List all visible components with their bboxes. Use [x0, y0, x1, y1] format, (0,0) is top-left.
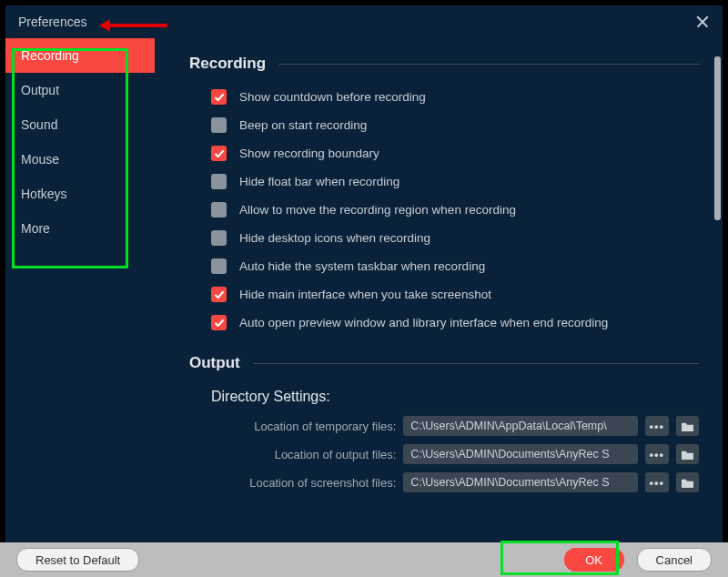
option-row: Hide desktop icons when recording [211, 230, 699, 246]
footer-bar: Reset to Default OK Cancel [0, 542, 728, 577]
checkbox[interactable] [211, 89, 227, 105]
window-body: Recording Output Sound Mouse Hotkeys Mor… [5, 38, 723, 542]
reset-to-default-button[interactable]: Reset to Default [16, 548, 139, 572]
sidebar-item-output[interactable]: Output [5, 73, 155, 107]
main-panel: Recording Show countdown before recordin… [155, 38, 723, 542]
option-row: Auto open preview window and library int… [211, 315, 699, 330]
checkbox[interactable] [211, 174, 227, 189]
sidebar-item-more[interactable]: More [5, 211, 155, 246]
checkbox[interactable] [211, 315, 227, 330]
sidebar-item-hotkeys[interactable]: Hotkeys [5, 177, 155, 211]
divider [278, 64, 699, 65]
divider [253, 363, 699, 364]
option-label: Show recording boundary [239, 147, 379, 160]
option-row: Show recording boundary [211, 146, 699, 161]
option-row: Show countdown before recording [211, 89, 699, 105]
option-label: Hide desktop icons when recording [239, 231, 430, 245]
option-row: Allow to move the recording region when … [211, 202, 699, 218]
option-row: Hide float bar when recording [211, 174, 699, 189]
open-folder-button[interactable] [676, 416, 699, 436]
cancel-button[interactable]: Cancel [637, 548, 712, 572]
option-row: Hide main interface when you take screen… [211, 287, 699, 302]
close-icon[interactable] [695, 15, 710, 29]
option-row: Beep on start recording [211, 117, 699, 133]
option-label: Auto open preview window and library int… [239, 316, 608, 329]
option-row: Auto hide the system taskbar when record… [211, 258, 699, 274]
directory-label: Location of screenshot files: [233, 476, 396, 490]
browse-button[interactable]: ••• [645, 416, 668, 436]
ok-button[interactable]: OK [564, 548, 624, 572]
directory-input-temp[interactable]: C:\Users\ADMIN\AppData\Local\Temp\ [403, 416, 638, 436]
checkbox[interactable] [211, 202, 227, 218]
checkbox[interactable] [211, 146, 227, 161]
section-title-output: Output [189, 354, 699, 372]
open-folder-button[interactable] [676, 472, 699, 492]
option-label: Hide float bar when recording [239, 175, 399, 188]
browse-button[interactable]: ••• [645, 472, 668, 492]
window-title: Preferences [18, 15, 86, 29]
directory-settings-heading: Directory Settings: [211, 389, 699, 405]
directory-input-output[interactable]: C:\Users\ADMIN\Documents\AnyRec S [403, 444, 638, 464]
directory-input-screenshot[interactable]: C:\Users\ADMIN\Documents\AnyRec S [403, 472, 638, 492]
section-title-recording: Recording [189, 55, 699, 73]
directory-label: Location of temporary files: [233, 420, 396, 433]
preferences-window: Preferences Recording Output Sound Mouse… [5, 5, 723, 542]
section-title-label: Output [189, 354, 240, 372]
option-label: Show countdown before recording [239, 90, 426, 104]
sidebar-item-recording[interactable]: Recording [5, 38, 155, 73]
open-folder-button[interactable] [676, 444, 699, 464]
sidebar: Recording Output Sound Mouse Hotkeys Mor… [5, 38, 155, 542]
directory-row: Location of temporary files: C:\Users\AD… [233, 416, 699, 436]
sidebar-item-sound[interactable]: Sound [5, 107, 155, 142]
option-label: Allow to move the recording region when … [239, 203, 516, 217]
scrollbar[interactable] [714, 56, 721, 220]
browse-button[interactable]: ••• [645, 444, 668, 464]
checkbox[interactable] [211, 117, 227, 133]
sidebar-item-mouse[interactable]: Mouse [5, 142, 155, 177]
directory-row: Location of screenshot files: C:\Users\A… [233, 472, 699, 492]
section-title-label: Recording [189, 55, 266, 73]
option-label: Beep on start recording [239, 118, 367, 132]
checkbox[interactable] [211, 287, 227, 302]
title-bar: Preferences [5, 5, 723, 38]
directory-row: Location of output files: C:\Users\ADMIN… [233, 444, 699, 464]
option-label: Auto hide the system taskbar when record… [239, 259, 485, 273]
checkbox[interactable] [211, 258, 227, 274]
option-label: Hide main interface when you take screen… [239, 288, 491, 301]
checkbox[interactable] [211, 230, 227, 246]
directory-label: Location of output files: [233, 448, 396, 461]
